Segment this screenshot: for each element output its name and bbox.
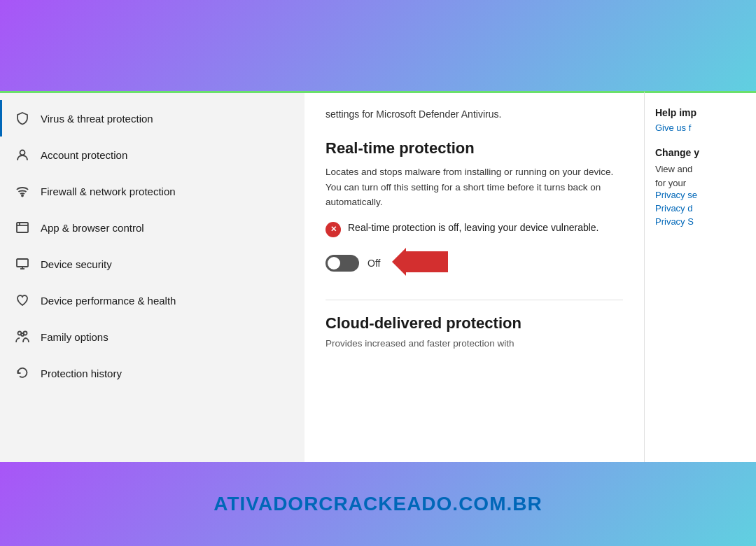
- wifi-icon: [14, 183, 31, 200]
- cloud-delivered-title: Cloud-delivered protection: [326, 314, 623, 332]
- sidebar-item-device-security[interactable]: Device security: [0, 246, 304, 282]
- svg-point-0: [20, 150, 25, 155]
- for-your-text: for your: [655, 176, 746, 190]
- alert-row: Real-time protection is off, leaving you…: [326, 220, 623, 237]
- sidebar-item-firewall[interactable]: Firewall & network protection: [0, 173, 304, 209]
- sidebar-label-account-protection: Account protection: [41, 149, 127, 161]
- sidebar-label-virus-threat: Virus & threat protection: [41, 113, 153, 125]
- sidebar-label-app-browser: App & browser control: [41, 222, 144, 234]
- change-your-section: Change y View and for your Privacy se Pr…: [655, 147, 746, 227]
- sidebar-label-firewall: Firewall & network protection: [41, 186, 176, 197]
- history-icon: [14, 365, 31, 382]
- sidebar-item-family-options[interactable]: Family options: [0, 318, 304, 355]
- toggle-label: Off: [368, 258, 380, 269]
- right-panel: Help imp Give us f Change y View and for…: [644, 91, 756, 462]
- sidebar-item-account-protection[interactable]: Account protection: [0, 136, 304, 173]
- svg-point-10: [21, 333, 24, 336]
- real-time-protection-description: Locates and stops malware from installin…: [326, 164, 623, 210]
- alert-text: Real-time protection is off, leaving you…: [348, 220, 598, 235]
- shield-icon: [14, 110, 31, 127]
- help-improve-section: Help imp Give us f: [655, 107, 746, 133]
- change-your-title: Change y: [655, 147, 746, 158]
- cloud-delivered-description: Provides increased and faster protection…: [326, 337, 623, 351]
- real-time-protection-toggle[interactable]: [326, 255, 359, 272]
- give-feedback-link[interactable]: Give us f: [655, 122, 746, 133]
- person-icon: [14, 146, 31, 163]
- sidebar-item-protection-history[interactable]: Protection history: [0, 355, 304, 391]
- sidebar-item-virus-threat[interactable]: Virus & threat protection: [0, 100, 304, 136]
- svg-point-1: [22, 195, 23, 197]
- privacy-settings-link-1[interactable]: Privacy se: [655, 190, 746, 200]
- privacy-settings-link-3[interactable]: Privacy S: [655, 216, 746, 227]
- privacy-settings-link-2[interactable]: Privacy d: [655, 203, 746, 214]
- alert-error-icon: [326, 222, 341, 237]
- top-bar: [0, 0, 756, 91]
- real-time-protection-title: Real-time protection: [326, 139, 623, 158]
- svg-rect-2: [17, 223, 28, 232]
- sidebar-label-family-options: Family options: [41, 331, 108, 343]
- bottom-bar: ATIVADORCRACKEADO.COM.BR: [0, 462, 756, 546]
- section-divider: [326, 300, 623, 300]
- sidebar-label-protection-history: Protection history: [41, 368, 122, 379]
- svg-rect-5: [17, 259, 28, 267]
- watermark-text: ATIVADORCRACKEADO.COM.BR: [214, 493, 542, 515]
- monitor-icon: [14, 255, 31, 272]
- sidebar-label-device-performance: Device performance & health: [41, 295, 176, 307]
- family-icon: [14, 328, 31, 345]
- svg-marker-11: [392, 248, 448, 276]
- toggle-row: Off: [326, 248, 623, 279]
- sidebar-item-app-browser[interactable]: App & browser control: [0, 209, 304, 246]
- content-area: settings for Microsoft Defender Antiviru…: [304, 91, 644, 462]
- sidebar-label-device-security: Device security: [41, 258, 112, 270]
- help-improve-title: Help imp: [655, 107, 746, 118]
- view-and-text: View and: [655, 162, 746, 176]
- intro-text: settings for Microsoft Defender Antiviru…: [326, 107, 623, 122]
- main-container: Virus & threat protection Account protec…: [0, 91, 756, 462]
- sidebar-item-device-performance[interactable]: Device performance & health: [0, 282, 304, 318]
- red-arrow-indicator: [392, 248, 448, 279]
- heart-icon: [14, 292, 31, 309]
- sidebar: Virus & threat protection Account protec…: [0, 91, 304, 462]
- browser-icon: [14, 219, 31, 236]
